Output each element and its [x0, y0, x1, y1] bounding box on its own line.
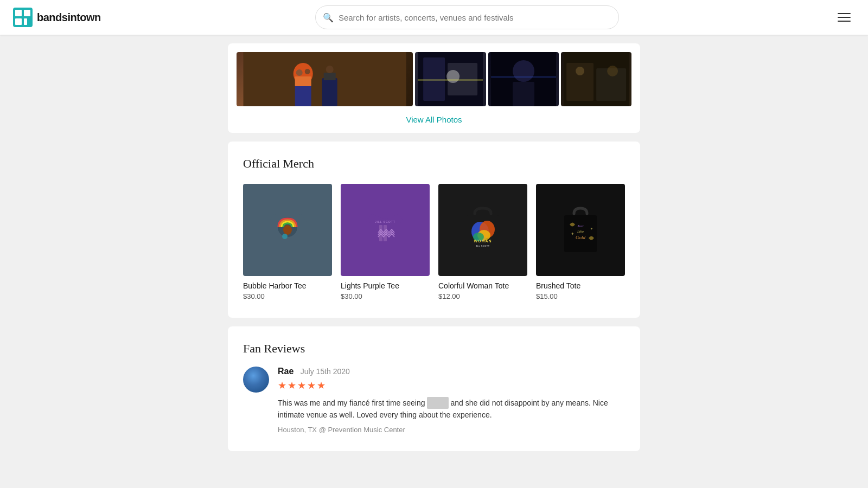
photos-section: View All Photos: [228, 43, 640, 133]
header: bandsintown 🔍: [0, 0, 868, 35]
svg-rect-2: [24, 10, 30, 16]
hamburger-menu[interactable]: [833, 9, 855, 26]
merch-item-bubble-harbor-tee[interactable]: Bubble Harbor Tee $30.00: [243, 184, 332, 300]
merch-item-colorful-woman-tote[interactable]: WOMAN JLL SCOTT Colorful Woman Tote $12.…: [438, 184, 527, 300]
review-text-redacted: [427, 397, 448, 409]
svg-point-11: [305, 69, 310, 74]
svg-point-31: [282, 234, 288, 239]
star-1: ★: [278, 380, 286, 391]
review-text-before: This was me and my fiancé first time see…: [278, 399, 425, 407]
logo-icon: [13, 8, 33, 27]
svg-rect-42: [564, 215, 597, 252]
svg-text:WOMAN: WOMAN: [474, 239, 492, 243]
photo-thumb-2[interactable]: [488, 52, 559, 106]
star-4: ★: [307, 380, 316, 391]
svg-point-28: [607, 66, 618, 76]
merch-image-brushed-tote: Just Like Gold ✦ ✦: [536, 184, 625, 276]
svg-rect-19: [418, 79, 483, 81]
merch-price-lights-purple-tee: $30.00: [341, 292, 430, 300]
svg-rect-22: [513, 82, 534, 106]
avatar-image: [243, 367, 269, 393]
reviews-section: Fan Reviews Rae July 15th 2020 ★ ★ ★ ★ ★: [228, 326, 640, 451]
svg-point-21: [513, 60, 534, 82]
svg-rect-23: [491, 76, 556, 78]
review-location: Houston, TX @ Prevention Music Center: [278, 426, 625, 434]
svg-point-30: [283, 225, 292, 235]
svg-rect-13: [324, 73, 336, 80]
svg-rect-3: [15, 18, 22, 25]
svg-point-14: [326, 66, 334, 73]
svg-rect-4: [24, 18, 27, 25]
hamburger-line-3: [838, 21, 851, 22]
svg-point-18: [447, 70, 460, 83]
review-text: This was me and my fiancé first time see…: [278, 397, 625, 421]
star-2: ★: [288, 380, 296, 391]
merch-price-bubble-harbor-tee: $30.00: [243, 292, 332, 300]
photo-main-image: [237, 52, 413, 106]
merch-grid: Bubble Harbor Tee $30.00 JILL SCOTT: [243, 184, 625, 300]
merch-name-lights-purple-tee: Lights Purple Tee: [341, 281, 430, 290]
merch-name-bubble-harbor-tee: Bubble Harbor Tee: [243, 281, 332, 290]
merch-name-colorful-woman-tote: Colorful Woman Tote: [438, 281, 527, 290]
svg-text:Just: Just: [577, 224, 584, 228]
merch-image-bubble-harbor-tee: [243, 184, 332, 276]
content-wrapper: View All Photos Official Merch: [228, 35, 640, 460]
svg-point-10: [296, 69, 303, 76]
merch-name-brushed-tote: Brushed Tote: [536, 281, 625, 290]
logo-text: bandsintown: [37, 11, 101, 24]
search-input[interactable]: [315, 5, 619, 29]
svg-text:Gold: Gold: [576, 235, 586, 240]
main-content: View All Photos Official Merch: [0, 35, 868, 460]
review-item: Rae July 15th 2020 ★ ★ ★ ★ ★ This was me…: [243, 367, 625, 434]
svg-text:JILL SCOTT: JILL SCOTT: [375, 220, 395, 223]
reviewer-name: Rae: [278, 367, 293, 376]
svg-point-27: [576, 67, 584, 75]
review-date: July 15th 2020: [301, 367, 350, 376]
svg-rect-12: [322, 78, 337, 106]
hamburger-line-2: [838, 17, 851, 18]
merch-price-colorful-woman-tote: $12.00: [438, 292, 527, 300]
star-3: ★: [297, 380, 306, 391]
merch-section-title: Official Merch: [243, 157, 625, 171]
merch-item-lights-purple-tee[interactable]: JILL SCOTT Lights Purple Tee: [341, 184, 430, 300]
logo[interactable]: bandsintown: [13, 8, 101, 27]
view-all-photos-link[interactable]: View All Photos: [228, 106, 640, 133]
merch-image-lights-purple-tee: JILL SCOTT: [341, 184, 430, 276]
photos-grid: [228, 43, 640, 106]
reviewer-avatar: [243, 367, 269, 393]
svg-rect-1: [15, 10, 22, 16]
reviews-section-title: Fan Reviews: [243, 342, 625, 356]
svg-text:✦: ✦: [590, 227, 593, 230]
merch-image-colorful-woman-tote: WOMAN JLL SCOTT: [438, 184, 527, 276]
merch-item-brushed-tote[interactable]: Just Like Gold ✦ ✦: [536, 184, 625, 300]
merch-section: Official Merch: [228, 142, 640, 318]
review-stars: ★ ★ ★ ★ ★: [278, 380, 625, 391]
hamburger-line-1: [838, 13, 851, 14]
photo-main[interactable]: [237, 52, 413, 106]
svg-text:Like: Like: [577, 229, 584, 234]
review-content: Rae July 15th 2020 ★ ★ ★ ★ ★ This was me…: [278, 367, 625, 434]
star-5: ★: [317, 380, 326, 391]
svg-text:JLL SCOTT: JLL SCOTT: [476, 245, 490, 247]
svg-rect-8: [295, 84, 311, 106]
photo-thumb-3[interactable]: [561, 52, 631, 106]
search-icon: 🔍: [323, 12, 334, 23]
search-bar: 🔍: [315, 5, 619, 29]
merch-price-brushed-tote: $15.00: [536, 292, 625, 300]
svg-rect-9: [295, 76, 311, 86]
photo-thumb-1[interactable]: [415, 52, 486, 106]
svg-text:✦: ✦: [571, 232, 575, 236]
